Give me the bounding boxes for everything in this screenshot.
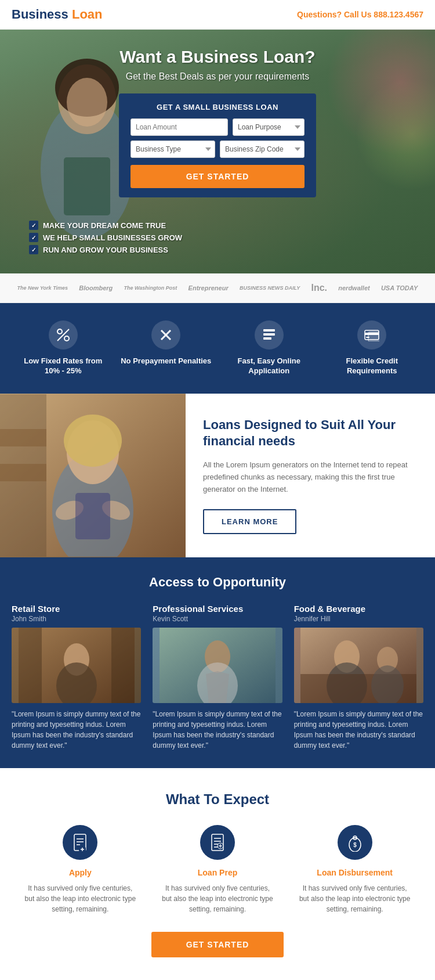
feature-credit-title: Flexible Credit Requirements (327, 356, 418, 376)
expect-loanprep: Loan Prep It has survived only five cent… (149, 825, 287, 914)
svg-rect-12 (263, 337, 271, 340)
svg-marker-38 (206, 671, 229, 703)
apply-text: It has survived only five centuries, but… (23, 883, 137, 914)
feature-prepayment: No Prepayment Penalties (115, 320, 218, 366)
check-icon-3: ✓ (29, 245, 38, 254)
expect-grid: Apply It has survived only five centurie… (12, 825, 423, 914)
check-label-3: RUN AND GROW YOUR BUSINESS (43, 246, 168, 254)
opp-retail-quote: "Lorem Ipsum is simply dummy text of the… (12, 709, 141, 751)
opportunity-title: Access to Opportunity (12, 575, 423, 590)
x-icon (151, 320, 180, 350)
opp-retail-person: John Smith (12, 615, 141, 623)
brand-nerdwallet: nerdwallet (338, 284, 369, 291)
apply-title: Apply (23, 868, 137, 877)
opp-food-image (294, 628, 423, 703)
opp-card-retail: Retail Store John Smith (12, 604, 141, 751)
form-row-1: Loan Purpose (130, 118, 304, 136)
opp-prof-name: Professional Services (153, 604, 282, 614)
opp-food-quote: "Lorem Ipsum is simply dummy text of the… (294, 709, 423, 751)
phone-number[interactable]: 888.123.4567 (374, 10, 423, 19)
opp-food-name: Food & Beverage (294, 604, 423, 614)
svg-rect-32 (19, 628, 42, 703)
opp-prof-quote: "Lorem Ipsum is simply dummy text of the… (153, 709, 282, 751)
loans-title: Loans Designed to Suit All Your financia… (203, 417, 418, 450)
opp-card-food: Food & Beverage Jennifer Hill (294, 604, 423, 751)
loans-section: Loans Designed to Suit All Your financia… (0, 394, 435, 558)
svg-rect-16 (368, 332, 379, 341)
loan-purpose-select[interactable]: Loan Purpose (233, 118, 304, 136)
form-row-2: Business Type Business Zip Code (130, 140, 304, 158)
features-section: Low Fixed Rates from 10% - 25% No Prepay… (0, 303, 435, 394)
loanprep-text: It has survived only five centuries, but… (161, 883, 275, 914)
business-type-select[interactable]: Business Type (130, 140, 215, 158)
svg-rect-11 (263, 333, 275, 336)
disbursement-text: It has survived only five centuries, but… (298, 883, 412, 914)
loans-text: All the Lorem Ipsum generators on the In… (203, 459, 418, 495)
check-item-2: ✓ WE HELP SMALL BUSINESSES GROW (29, 233, 182, 242)
disbursement-icon: $ (338, 825, 372, 860)
apply-icon (63, 825, 97, 860)
svg-rect-10 (263, 329, 275, 332)
check-icon-1: ✓ (29, 221, 38, 230)
card-icon (357, 320, 386, 350)
flowers-bg (319, 30, 435, 204)
svg-text:$: $ (353, 842, 357, 848)
svg-rect-26 (0, 429, 46, 446)
get-started-button[interactable]: GET STARTED (130, 165, 304, 188)
brand-wapo: The Washington Post (124, 285, 177, 291)
learn-more-button[interactable]: LEARN MORE (203, 509, 296, 534)
hero-checklist: ✓ MAKE YOUR DREAM COME TRUE ✓ WE HELP SM… (17, 221, 194, 269)
feature-rates-title: Low Fixed Rates from 10% - 25% (17, 356, 109, 376)
hero-section: Want a Business Loan? Get the Best Deals… (0, 30, 435, 273)
brand-bnd: BUSINESS NEWS DAILY (240, 285, 300, 291)
feature-online-title: Fast, Easy Online Application (223, 356, 315, 376)
svg-point-6 (64, 336, 69, 341)
loans-content: Loans Designed to Suit All Your financia… (186, 394, 435, 558)
brand-bloomberg: Bloomberg (79, 284, 113, 291)
hero-subtitle: Get the Best Deals as per your requireme… (119, 71, 316, 82)
opp-prof-image (153, 628, 282, 703)
opportunity-section: Access to Opportunity Retail Store John … (0, 557, 435, 768)
brand-inc: Inc. (311, 283, 327, 293)
svg-rect-3 (64, 157, 110, 215)
get-started-bottom-button[interactable]: GET STARTED (151, 932, 284, 957)
feature-prepayment-title: No Prepayment Penalties (121, 356, 212, 366)
svg-point-4 (67, 78, 107, 127)
brands-bar: The New York Times Bloomberg The Washing… (0, 273, 435, 303)
brand-usatoday: USA TODAY (381, 284, 418, 291)
brand-entrepreneur: Entrepreneur (188, 284, 229, 291)
svg-line-7 (57, 329, 69, 341)
hero-title: Want a Business Loan? (119, 47, 316, 67)
opp-retail-name: Retail Store (12, 604, 141, 614)
svg-rect-27 (0, 464, 46, 481)
svg-point-21 (64, 415, 122, 467)
expect-apply: Apply It has survived only five centurie… (12, 825, 149, 914)
opp-food-person: Jennifer Hill (294, 615, 423, 623)
check-label-1: MAKE YOUR DREAM COME TRUE (43, 221, 166, 230)
logo-business: Business (12, 7, 68, 21)
check-item-1: ✓ MAKE YOUR DREAM COME TRUE (29, 221, 182, 230)
svg-point-5 (57, 329, 62, 334)
opp-prof-person: Kevin Scott (153, 615, 282, 623)
check-label-2: WE HELP SMALL BUSINESSES GROW (43, 233, 182, 242)
loan-amount-input[interactable] (130, 118, 228, 136)
percent-icon (49, 320, 78, 350)
disbursement-title: Loan Disbursement (298, 868, 412, 877)
form-icon (255, 320, 284, 350)
check-icon-2: ✓ (29, 233, 38, 242)
svg-rect-24 (75, 493, 110, 539)
feature-credit: Flexible Credit Requirements (321, 320, 424, 376)
loans-image (0, 394, 186, 558)
zip-code-select[interactable]: Business Zip Code (220, 140, 304, 158)
form-card-title: GET A SMALL BUSINESS LOAN (130, 103, 304, 111)
opp-card-professional: Professional Services Kevin Scott (153, 604, 282, 751)
expect-section: What To Expect Apply It has survived onl… (0, 768, 435, 980)
opp-retail-image (12, 628, 141, 703)
logo-loan: Loan (72, 7, 103, 21)
logo: Business Loan (12, 7, 103, 22)
header: Business Loan Questions? Call Us 888.123… (0, 0, 435, 30)
check-item-3: ✓ RUN AND GROW YOUR BUSINESS (29, 245, 182, 254)
hero-text-content: Want a Business Loan? Get the Best Deals… (107, 30, 328, 221)
loanprep-title: Loan Prep (161, 868, 275, 877)
loan-form-card: GET A SMALL BUSINESS LOAN Loan Purpose B… (119, 93, 316, 197)
